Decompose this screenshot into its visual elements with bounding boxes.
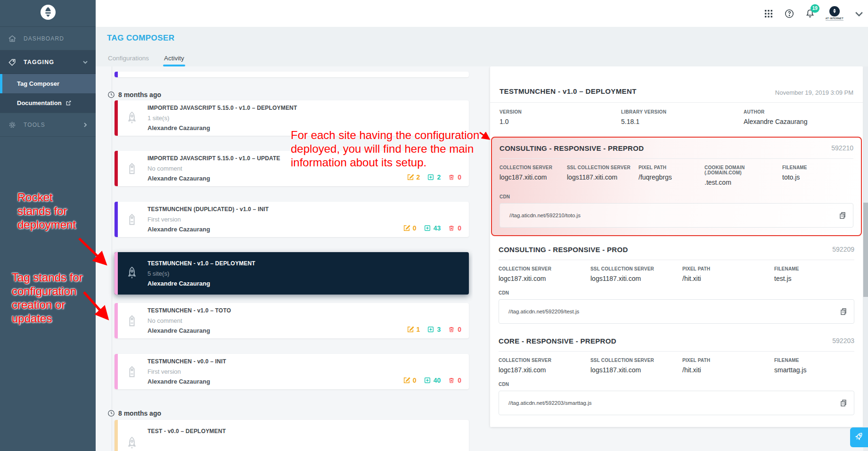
added-icon [424,224,431,232]
site-name: CONSULTING - RESPONSIVE - PROD [499,246,628,254]
detail-title: TESTMUNCHEN - v1.0 – DEPLOYMENT [500,87,637,95]
cdn-box: //tag.aticdn.net/592203/smarttag.js [499,391,854,415]
activity-card-partial-top[interactable] [115,72,469,77]
site-field: PIXEL PATH /fuqregbrgs [639,165,704,186]
apps-grid-icon[interactable] [763,8,774,19]
field-value: .test.com [704,179,782,186]
card-comment: No comment [147,317,469,324]
deleted-icon [448,224,455,232]
copy-icon[interactable] [839,399,848,407]
site-field: SSL COLLECTION SERVER logs1187.xiti.com [590,358,682,374]
card-counts: 1 3 0 [407,326,461,333]
divider [500,158,853,159]
deleted-count: 0 [458,377,461,384]
content: 8 months ago IMPORTED JAVASCRIPT 5.15.0 … [96,66,868,451]
card-title: TESTMUNCHEN - v0.0 – INIT [147,358,469,365]
card-counts: 0 43 0 [403,224,461,232]
tab-activity[interactable]: Activity [164,55,184,66]
copy-icon[interactable] [838,211,847,220]
rocket-icon [125,110,139,126]
card-accent [115,303,118,338]
meta-label: AUTHOR [744,109,807,115]
sidebar-item-dashboard[interactable]: DASHBOARD [0,27,96,50]
field-value: logc187.xiti.com [499,275,590,282]
tag-icon [125,212,139,228]
card-accent [115,100,118,136]
field-label: COOKIE DOMAIN (.DOMAIN.COM) [704,165,782,175]
field-label: PIXEL PATH [682,266,774,271]
card-comment: 1 site(s) [147,115,469,122]
scrollbar-thumb[interactable] [863,203,868,297]
card-counts: 2 2 0 [407,173,461,181]
sidebar-item-label: DASHBOARD [24,35,64,42]
rocket-fab-button[interactable] [850,427,868,447]
card-title: TEST - v0.0 – DEPLOYMENT [147,428,469,435]
activity-card[interactable]: TESTMUNCHEN (DUPLICATED) - v1.0 – INITFi… [115,202,469,237]
activity-card[interactable]: TESTMUNCHEN - v1.0 – TOTONo commentAlexa… [115,303,469,338]
site-field: FILENAME toto.js [782,165,853,186]
account-avatar[interactable]: AT INTERNET [826,6,843,21]
deleted-count: 0 [458,326,461,333]
activity-card[interactable]: TESTMUNCHEN - v0.0 – INITFirst versionAl… [115,354,469,389]
help-icon[interactable] [784,8,794,19]
cdn-url: //tag.aticdn.net/592209/test.js [508,309,579,314]
leaf-logo-icon [40,4,57,23]
modified-count: 2 [417,173,420,181]
site-fields: COLLECTION SERVER logc187.xiti.com SSL C… [500,165,853,186]
tabs: Configurations Activity [108,55,184,66]
timeline-line [112,66,112,451]
card-title: IMPORTED JAVASCRIPT 5.15.0 - v1.0 – UPDA… [147,155,469,162]
notifications-bell[interactable]: 19 [805,8,815,19]
card-comment: 5 site(s) [147,270,469,277]
site-section: CONSULTING - RESPONSIVE - PREPROD 592210… [491,137,862,236]
sidebar-item-tag-composer[interactable]: Tag Composer [0,74,96,93]
site-id: 592209 [832,246,854,253]
card-author: Alexandre Cazaurang [147,280,469,287]
deployment-detail-panel: TESTMUNCHEN - v1.0 – DEPLOYMENT November… [490,66,863,427]
chevron-down-icon[interactable] [854,8,861,19]
notification-badge: 19 [811,4,819,13]
site-field: COOKIE DOMAIN (.DOMAIN.COM) .test.com [704,165,782,186]
site-field: FILENAME smarttag.js [774,358,854,374]
field-value: test.js [774,275,854,282]
divider [499,260,854,260]
tab-configurations[interactable]: Configurations [108,55,149,66]
app-logo[interactable] [0,0,96,27]
field-label: PIXEL PATH [682,358,774,363]
site-fields: COLLECTION SERVER logc187.xiti.com SSL C… [499,266,854,282]
cdn-box: //tag.aticdn.net/592210/toto.js [500,203,853,228]
activity-card[interactable]: TESTMUNCHEN - v1.0 – DEPLOYMENT5 site(s)… [115,252,469,295]
copy-icon[interactable] [839,307,848,316]
tag-icon [125,313,139,329]
field-label: FILENAME [774,358,854,363]
sites-list: CONSULTING - RESPONSIVE - PREPROD 592210… [490,137,863,422]
field-label: COLLECTION SERVER [499,266,590,271]
site-field: COLLECTION SERVER logc187.xiti.com [500,165,567,186]
activity-card[interactable]: TEST - v0.0 – DEPLOYMENT [115,420,469,451]
modified-count: 0 [413,377,417,384]
sidebar-item-label: Tag Composer [17,80,59,87]
activity-card[interactable]: IMPORTED JAVASCRIPT 5.15.0 - v1.0 – UPDA… [115,151,469,186]
sidebar-item-tools[interactable]: TOOLS [0,113,96,137]
card-title: IMPORTED JAVASCRIPT 5.15.0 - v1.0 – DEPL… [147,105,469,112]
meta-value: 1.0 [500,118,522,125]
sidebar-item-documentation[interactable]: Documentation [0,93,96,113]
sidebar-item-tagging[interactable]: TAGGING [0,50,96,74]
site-id: 592210 [831,144,853,152]
brand-leaf-icon [829,6,840,16]
site-field: SSL COLLECTION SERVER logs1187.xiti.com [590,266,682,282]
field-value: logs1187.xiti.com [567,173,639,181]
field-value: logs1187.xiti.com [590,366,682,374]
cdn-label: CDN [499,382,854,387]
field-label: FILENAME [782,165,853,170]
field-label: COLLECTION SERVER [500,165,567,170]
card-accent [115,151,118,186]
detail-meta: VERSION 1.0 LIBRARY VERSION 5.18.1 AUTHO… [490,103,863,136]
group-label-text: 8 months ago [118,410,161,417]
meta-value: 5.18.1 [621,118,666,125]
field-label: FILENAME [774,266,854,271]
field-label: PIXEL PATH [639,165,704,170]
field-value: logc187.xiti.com [499,366,590,374]
cdn-label: CDN [500,194,853,199]
activity-card[interactable]: IMPORTED JAVASCRIPT 5.15.0 - v1.0 – DEPL… [115,100,469,136]
